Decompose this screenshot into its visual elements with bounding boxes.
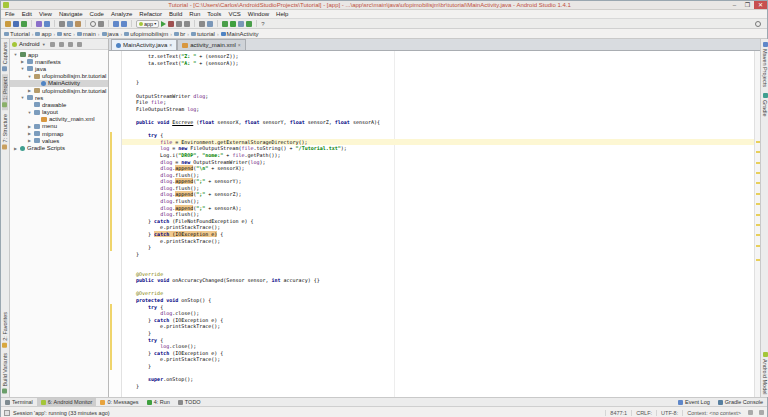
debug-icon[interactable] xyxy=(168,21,174,27)
tree-collapsed-icon[interactable]: ▶ xyxy=(27,124,32,129)
tree-item-ufopimobilisjm-br-tutorial[interactable]: ▶ufopimobilisjm.br.tutorial xyxy=(10,87,108,94)
collapse-all-icon[interactable] xyxy=(68,42,73,47)
tool-button-maven-projects[interactable]: Maven Projects xyxy=(762,39,768,90)
maximize-button[interactable]: ❐ xyxy=(741,1,754,9)
redo-icon[interactable] xyxy=(44,21,50,27)
menu-item-vcs[interactable]: VCS xyxy=(228,11,240,17)
breadcrumb-item-tutorial[interactable]: Tutorial xyxy=(4,31,30,37)
editor-scrollbar[interactable] xyxy=(754,51,760,397)
tool-button-1-project[interactable]: 1: Project xyxy=(2,74,8,110)
breadcrumb-item-src[interactable]: src xyxy=(57,31,71,37)
undo-icon[interactable] xyxy=(36,21,42,27)
breadcrumb-item-ufopimobilisjm[interactable]: ufopimobilisjm xyxy=(124,31,168,37)
tree-item-mipmap[interactable]: ▶mipmap xyxy=(10,130,108,137)
run-icon[interactable] xyxy=(161,21,166,27)
replace-icon[interactable] xyxy=(98,21,104,27)
context-widget[interactable]: Context: <no context> xyxy=(682,410,745,416)
sync-icon[interactable] xyxy=(21,21,27,27)
run-config-combo[interactable]: app▾ xyxy=(136,20,159,28)
cut-icon[interactable] xyxy=(59,21,65,27)
back-icon[interactable] xyxy=(113,21,119,27)
tool-button-build-variants[interactable]: Build Variants xyxy=(2,350,8,397)
menu-item-tools[interactable]: Tools xyxy=(207,11,221,17)
menu-item-analyze[interactable]: Analyze xyxy=(111,11,132,17)
breadcrumb-item-app[interactable]: app xyxy=(35,31,51,37)
attach-icon[interactable] xyxy=(184,21,190,27)
help-icon[interactable]: ? xyxy=(261,21,264,27)
paste-icon[interactable] xyxy=(75,21,81,27)
tool-window-button-6-android-monitor[interactable]: 6: Android Monitor xyxy=(37,398,97,406)
tree-collapsed-icon[interactable]: ▶ xyxy=(13,146,18,151)
tree-item-ufopimobilisjm-br-tutorial[interactable]: ▼ufopimobilisjm.br.tutorial xyxy=(10,73,108,80)
tree-expanded-icon[interactable]: ▼ xyxy=(20,95,25,100)
forward-icon[interactable] xyxy=(121,21,127,27)
hide-panel-icon[interactable] xyxy=(77,42,82,47)
tool-window-toggle-icon[interactable] xyxy=(4,410,10,416)
search-everywhere-icon[interactable] xyxy=(755,21,761,27)
avd-manager-icon[interactable] xyxy=(230,21,236,27)
settings-gear-icon[interactable] xyxy=(50,42,55,47)
tool-button-captures[interactable]: Captures xyxy=(2,39,8,74)
tool-button-android-model[interactable]: Android Model xyxy=(762,349,768,397)
tool-window-button-gradle-console[interactable]: Gradle Console xyxy=(714,399,767,405)
tool-window-button-4-run[interactable]: 4: Run xyxy=(143,398,174,406)
menu-item-code[interactable]: Code xyxy=(90,11,104,17)
editor-gutter[interactable] xyxy=(109,51,122,397)
tool-window-button-event-log[interactable]: Event Log xyxy=(674,399,714,405)
tool-window-button-todo[interactable]: TODO xyxy=(174,398,205,406)
menu-item-view[interactable]: View xyxy=(39,11,52,17)
menu-item-window[interactable]: Window xyxy=(248,11,269,17)
close-tab-icon[interactable]: × xyxy=(169,42,172,48)
save-icon[interactable] xyxy=(13,21,19,27)
open-icon[interactable] xyxy=(5,21,11,27)
breadcrumb-item-br[interactable]: br xyxy=(174,31,185,37)
menu-item-help[interactable]: Help xyxy=(276,11,288,17)
lock-icon[interactable] xyxy=(748,410,753,415)
menu-item-run[interactable]: Run xyxy=(189,11,200,17)
close-button[interactable]: ✕ xyxy=(754,1,767,9)
caret-position[interactable]: 8477:1 xyxy=(605,410,631,416)
tree-collapsed-icon[interactable]: ▶ xyxy=(27,138,32,143)
menu-item-navigate[interactable]: Navigate xyxy=(59,11,83,17)
tree-item-res[interactable]: ▼res xyxy=(10,94,108,101)
highlighting-level-icon[interactable] xyxy=(759,410,764,415)
coverage-icon[interactable] xyxy=(176,21,182,27)
device-monitor-icon[interactable] xyxy=(246,21,252,27)
find-icon[interactable] xyxy=(90,21,96,27)
tree-item-mainactivity[interactable]: MainActivity xyxy=(10,80,108,87)
file-encoding[interactable]: UTF-8: xyxy=(656,410,682,416)
menu-item-file[interactable]: File xyxy=(5,11,15,17)
menu-item-refactor[interactable]: Refactor xyxy=(139,11,162,17)
tree-item-layout[interactable]: ▼layout xyxy=(10,109,108,116)
breadcrumb-item-tutorial[interactable]: tutorial xyxy=(191,31,215,37)
breadcrumb-item-main[interactable]: main xyxy=(77,31,96,37)
tree-collapsed-icon[interactable]: ▶ xyxy=(27,88,32,93)
tree-item-values[interactable]: ▶values xyxy=(10,137,108,144)
minimize-button[interactable]: – xyxy=(728,1,741,9)
copy-icon[interactable] xyxy=(67,21,73,27)
tree-expanded-icon[interactable]: ▼ xyxy=(20,66,25,71)
breadcrumb-item-java[interactable]: java xyxy=(102,31,119,37)
tree-collapsed-icon[interactable]: ▶ xyxy=(27,131,32,136)
tool-window-button-0-messages[interactable]: 0: Messages xyxy=(96,398,142,406)
project-structure-icon[interactable] xyxy=(207,21,213,27)
project-view-selector[interactable]: Android xyxy=(19,41,40,47)
line-separator[interactable]: CRLF: xyxy=(631,410,656,416)
tree-item-manifests[interactable]: ▶manifests xyxy=(10,58,108,65)
tree-item-java[interactable]: ▼java xyxy=(10,65,108,72)
tree-item-drawable[interactable]: drawable xyxy=(10,101,108,108)
code-editor[interactable]: tz.setText("Z: " + (sensorZ)); ta.setTex… xyxy=(122,51,754,397)
tree-item-app[interactable]: ▼app xyxy=(10,51,108,58)
editor-tab-activity-main-xml[interactable]: activity_main.xml× xyxy=(177,39,246,50)
sdk-manager-icon[interactable] xyxy=(238,21,244,27)
close-tab-icon[interactable]: × xyxy=(238,42,241,48)
tool-button-2-favorites[interactable]: 2: Favorites xyxy=(2,309,8,351)
tree-expanded-icon[interactable]: ▼ xyxy=(13,52,18,57)
tree-item-activity-main-xml[interactable]: activity_main.xml xyxy=(10,116,108,123)
tool-window-button-terminal[interactable]: Terminal xyxy=(1,398,37,406)
tree-collapsed-icon[interactable]: ▶ xyxy=(20,59,25,64)
tree-expanded-icon[interactable]: ▼ xyxy=(27,74,32,79)
tool-button-7-structure[interactable]: 7: Structure xyxy=(2,111,8,152)
settings-gear-icon[interactable] xyxy=(199,21,205,27)
tree-item-gradle-scripts[interactable]: ▶Gradle Scripts xyxy=(10,144,108,151)
